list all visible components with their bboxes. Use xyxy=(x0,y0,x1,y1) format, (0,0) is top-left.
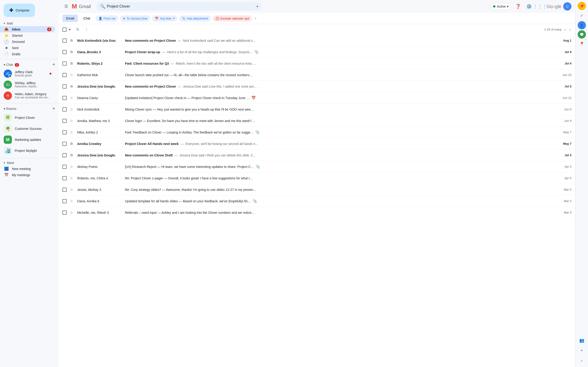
help-button[interactable]: ❓ xyxy=(513,2,523,11)
table-row[interactable]: ☆ Akshay Potnis [UX] Research Report — H… xyxy=(59,161,575,173)
chat-section-label[interactable]: ▾ Chat 1 xyxy=(4,63,19,67)
email-star-6[interactable]: ☆ xyxy=(70,96,75,100)
email-checkbox-10[interactable] xyxy=(62,142,68,146)
search-input[interactable] xyxy=(107,4,255,8)
table-row[interactable]: ☆ Annika, Matthew, me 3 Clover logo! — E… xyxy=(59,115,575,127)
rooms-item-project-clover[interactable]: 🍀 Project Clover xyxy=(0,112,55,123)
table-row[interactable]: ☆ Jessica Dow (via Google. New comments … xyxy=(59,81,575,92)
email-star-4[interactable]: ☆ xyxy=(70,73,75,77)
email-star-11[interactable]: ☆ xyxy=(70,153,75,157)
table-row[interactable]: ☆ Jessie, Akshay 3 Re: Corp strategy sli… xyxy=(59,184,575,195)
filter-chip-exclude-calendar[interactable]: 🚫 Exclude calendar upd xyxy=(213,15,252,22)
filter-tab-email[interactable]: Email xyxy=(62,15,78,22)
rooms-item-marketing[interactable]: M Marketing updates xyxy=(0,134,55,145)
meet-section-header[interactable]: ▾ Meet xyxy=(0,160,59,166)
email-star-16[interactable]: ☆ xyxy=(70,210,75,215)
settings-button[interactable]: ⚙️ xyxy=(524,2,534,11)
sidebar-item-starred[interactable]: ⭐ Starred xyxy=(0,32,55,39)
email-checkbox-1[interactable] xyxy=(62,39,68,43)
email-star-14[interactable]: ☆ xyxy=(70,187,75,192)
email-checkbox-5[interactable] xyxy=(62,84,68,89)
chat-add-button[interactable]: + xyxy=(52,62,55,67)
sidebar-item-drafts[interactable]: 📄 Drafts xyxy=(0,51,55,57)
email-star-15[interactable]: ☆ xyxy=(70,199,75,203)
email-star-13[interactable]: ☆ xyxy=(70,176,75,180)
email-star-8[interactable]: ☆ xyxy=(70,119,75,123)
email-checkbox-12[interactable] xyxy=(62,165,68,169)
table-row[interactable]: ☆ Deanna Carey [Updated invitation] Proj… xyxy=(59,92,575,104)
rooms-arrow: ▾ xyxy=(4,107,6,110)
email-checkbox-3[interactable] xyxy=(62,61,68,66)
rooms-item-customer-success[interactable]: 🌴 Customer Success xyxy=(0,123,55,134)
mail-section-header[interactable]: ▾ Mail xyxy=(0,21,59,26)
table-row[interactable]: ☆ Nick Kortendick (via Goo. New comments… xyxy=(59,35,575,46)
table-row[interactable]: ☆ Oana..Brooks 3 Project Clover wrap-up … xyxy=(59,46,575,58)
table-row[interactable]: ☆ Roberto, Shiya 2 Fwd: Client resources… xyxy=(59,58,575,69)
select-all-checkbox[interactable] xyxy=(62,27,67,32)
tasks-icon-button[interactable]: ✓ xyxy=(577,11,586,20)
rooms-item-project-skylight[interactable]: 🏄 Project Skylight xyxy=(0,145,55,156)
next-page-button[interactable]: › xyxy=(569,27,571,33)
sidebar-item-inbox[interactable]: 📥 Inbox 4 xyxy=(0,26,55,32)
hamburger-button[interactable]: ☰ xyxy=(62,2,70,11)
email-checkbox-8[interactable] xyxy=(62,119,68,123)
chat-item-jeffery[interactable]: JC Jeffery Clark Sounds great! xyxy=(0,68,55,79)
chat-item-helen[interactable]: H Helen, Adam, Gregory Can we reschedule… xyxy=(0,90,55,101)
rooms-add-button[interactable]: + xyxy=(52,106,55,111)
table-row[interactable]: ☆ Annika Crowley Project Clover All Hand… xyxy=(59,138,575,150)
email-checkbox-2[interactable] xyxy=(62,50,68,54)
apps-button[interactable]: ⋮⋮⋮ xyxy=(536,2,545,11)
email-checkbox-7[interactable] xyxy=(62,107,68,111)
filter-chip-any-time[interactable]: 📅 Any time ▾ xyxy=(152,15,178,22)
email-star-2[interactable]: ☆ xyxy=(70,50,75,54)
email-star-1[interactable]: ☆ xyxy=(70,38,75,43)
email-star-12[interactable]: ☆ xyxy=(70,165,75,169)
refresh-button[interactable]: ↻ xyxy=(74,26,81,33)
email-checkbox-9[interactable] xyxy=(62,130,68,134)
rooms-section-label[interactable]: ▾ Rooms xyxy=(4,107,16,110)
email-star-7[interactable]: ☆ xyxy=(70,107,75,111)
table-row[interactable]: ☆ Katherine Mok Clover launch date pushe… xyxy=(59,69,575,81)
filter-chip-has-attachment[interactable]: 📎 Has attachment xyxy=(179,15,211,22)
table-row[interactable]: ☆ Jessica Dow (via Google. New comments … xyxy=(59,150,575,161)
email-checkbox-11[interactable] xyxy=(62,153,68,157)
keep-icon-button[interactable]: 📌 xyxy=(578,2,586,10)
expand-icon-button[interactable]: › xyxy=(577,356,586,365)
filter-more-button[interactable]: › xyxy=(254,15,258,22)
table-row[interactable]: ☆ Roberto, me, Chitra 4 Re: Project Clov… xyxy=(59,173,575,184)
people-icon-button[interactable]: 👥 xyxy=(577,336,586,345)
email-checkbox-13[interactable] xyxy=(62,176,68,180)
email-star-10[interactable]: ☆ xyxy=(70,142,75,146)
email-checkbox-4[interactable] xyxy=(62,73,68,77)
meet-item-my[interactable]: 📅 My meetings xyxy=(0,172,55,178)
active-status-button[interactable]: Active ▾ xyxy=(490,3,511,10)
more-options-button[interactable]: ⋮ xyxy=(83,26,90,33)
table-row[interactable]: ☆ Oana, Annika 6 Updated template for al… xyxy=(59,195,575,207)
email-star-5[interactable]: ☆ xyxy=(70,84,75,89)
compose-button[interactable]: ✚ Compose xyxy=(4,4,35,17)
prev-page-button[interactable]: ‹ xyxy=(563,27,566,33)
select-dropdown-button[interactable]: ▾ xyxy=(67,26,73,33)
sidebar-item-snoozed[interactable]: 🕐 Snoozed xyxy=(0,39,55,45)
search-dropdown-icon[interactable]: ▾ xyxy=(257,5,258,8)
filter-chip-to-jessica[interactable]: ➤ To Jessica Dow xyxy=(120,15,150,22)
maps-icon-button[interactable]: 📍 xyxy=(577,40,586,49)
email-star-3[interactable]: ☆ xyxy=(70,61,75,66)
table-row[interactable]: ☆ Mika, Ashley 2 Fwd: Feedback on Clover… xyxy=(59,127,575,138)
email-checkbox-14[interactable] xyxy=(62,188,68,192)
add-app-button[interactable]: + xyxy=(577,346,586,355)
profile-avatar[interactable]: U xyxy=(563,2,571,10)
email-star-9[interactable]: ☆ xyxy=(70,130,75,134)
chat-icon-button[interactable]: 💬 xyxy=(578,30,586,39)
chat-item-shirley[interactable]: SJ Shirley, Jeffery Awesome, thanks. xyxy=(0,79,55,90)
contacts-icon-button[interactable]: 👤 xyxy=(578,21,586,29)
table-row[interactable]: ☆ Nick Kortendick Mising Clover sync — H… xyxy=(59,104,575,115)
filter-chip-from-me[interactable]: 👤 From me xyxy=(96,15,118,22)
sidebar-item-sent[interactable]: ➤ Sent xyxy=(0,45,55,51)
table-row[interactable]: ☆ Michelle, me, Ritesh 3 Referrals – nee… xyxy=(59,207,575,218)
email-checkbox-6[interactable] xyxy=(62,96,68,100)
meet-item-new[interactable]: 🟦 New meeting xyxy=(0,166,55,172)
email-checkbox-15[interactable] xyxy=(62,199,68,203)
filter-tab-chat[interactable]: Chat xyxy=(80,15,94,22)
email-checkbox-16[interactable] xyxy=(62,211,68,215)
